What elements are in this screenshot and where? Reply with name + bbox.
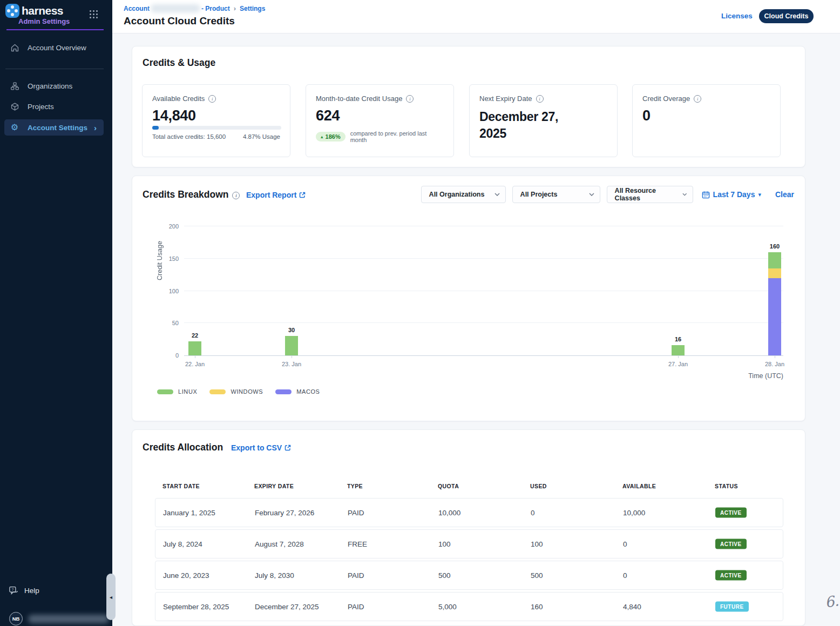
table-cell: 4,840 bbox=[623, 603, 641, 611]
legend-label: LINUX bbox=[178, 388, 197, 395]
table-cell: 500 bbox=[531, 571, 543, 580]
x-tick-label: 22. Jan bbox=[176, 361, 214, 367]
export-csv-link[interactable]: Export to CSV bbox=[231, 443, 291, 452]
legend-item-windows[interactable]: WINDOWS bbox=[209, 388, 263, 395]
bar-27-Jan[interactable]: 16 bbox=[672, 336, 685, 355]
date-range-picker[interactable]: Last 7 Days ▾ bbox=[702, 190, 761, 199]
section-title: Credits Allocation bbox=[143, 442, 223, 453]
table-cell: January 1, 2025 bbox=[163, 509, 215, 517]
legend-item-linux[interactable]: LINUX bbox=[157, 388, 197, 395]
available-credits-card: Available Creditsi 14,840 Total active c… bbox=[142, 84, 290, 157]
bar-23-Jan[interactable]: 30 bbox=[285, 327, 298, 355]
cloud-credits-button[interactable]: Cloud Credits bbox=[759, 9, 814, 23]
sidebar-divider bbox=[5, 69, 104, 69]
stat-label: Available Credits bbox=[152, 95, 205, 103]
sidebar-item-organizations[interactable]: Organizations bbox=[4, 78, 104, 94]
bar-22-Jan[interactable]: 22 bbox=[188, 332, 201, 355]
breadcrumb-account[interactable]: Account bbox=[124, 5, 150, 12]
credit-overage-card: Credit Overagei 0 bbox=[632, 84, 781, 157]
gridline bbox=[184, 226, 783, 226]
breadcrumb: Account - Product › Settings bbox=[124, 4, 265, 12]
sidebar-item-label: Organizations bbox=[28, 82, 72, 90]
table-row: July 8, 2024August 7, 2028FREE1001000ACT… bbox=[155, 529, 783, 558]
table-cell-status: ACTIVE bbox=[715, 508, 747, 518]
chart-plot: 223016160 bbox=[184, 227, 783, 356]
info-icon[interactable]: i bbox=[694, 95, 701, 103]
bar-segment-windows[interactable] bbox=[768, 268, 781, 278]
bar-segment-linux[interactable] bbox=[768, 252, 781, 268]
legend-swatch bbox=[157, 389, 173, 394]
table-cell: 0 bbox=[623, 571, 627, 580]
table-cell: FREE bbox=[348, 540, 367, 548]
section-title: Credits Breakdowni bbox=[143, 189, 240, 200]
sidebar-item-label: Account Settings bbox=[28, 124, 87, 132]
licenses-link[interactable]: Licenses bbox=[721, 12, 753, 20]
status-badge: ACTIVE bbox=[715, 570, 747, 581]
projects-icon bbox=[10, 102, 19, 111]
breadcrumb-product[interactable]: - Product bbox=[201, 5, 230, 12]
table-cell: 10,000 bbox=[438, 509, 460, 517]
bar-segment-linux[interactable] bbox=[188, 341, 201, 355]
chart-filters: All Organizations All Projects All Resou… bbox=[415, 186, 794, 203]
table-cell: February 27, 2026 bbox=[255, 509, 314, 517]
page-title: Account Cloud Credits bbox=[124, 15, 235, 27]
chevron-down-icon bbox=[494, 193, 500, 196]
legend-item-macos[interactable]: MACOS bbox=[275, 388, 320, 395]
breadcrumb-separator: › bbox=[234, 4, 236, 12]
bar-28-Jan[interactable]: 160 bbox=[768, 243, 781, 355]
caret-down-icon: ▾ bbox=[758, 191, 761, 198]
chart-legend: LINUXWINDOWSMACOS bbox=[157, 388, 333, 395]
app-root: harness Admin Settings Account Overview … bbox=[0, 0, 840, 626]
sidebar-collapse-handle[interactable]: ◂ bbox=[106, 574, 116, 620]
stat-label: Next Expiry Date bbox=[479, 95, 532, 103]
allocation-table-header: START DATEEXPIRY DATETYPEQUOTAUSEDAVAILA… bbox=[155, 483, 783, 498]
harness-logo-icon bbox=[5, 4, 19, 18]
y-tick-label: 0 bbox=[160, 352, 179, 359]
credits-allocation-section: Credits Allocation Export to CSV START D… bbox=[132, 429, 805, 626]
info-icon[interactable]: i bbox=[536, 95, 544, 103]
info-icon[interactable]: i bbox=[406, 95, 414, 103]
breadcrumb-settings[interactable]: Settings bbox=[240, 5, 265, 12]
sidebar-item-projects[interactable]: Projects bbox=[4, 98, 104, 115]
brand-name: harness bbox=[22, 4, 63, 17]
export-report-link[interactable]: Export Report bbox=[246, 191, 306, 199]
table-cell-status: FUTURE bbox=[715, 602, 749, 612]
total-active-credits: Total active credits: 15,600 bbox=[152, 133, 226, 140]
table-cell: 100 bbox=[438, 540, 451, 548]
projects-select[interactable]: All Projects bbox=[512, 186, 600, 203]
column-header: QUOTA bbox=[438, 483, 459, 489]
svg-text:?: ? bbox=[11, 588, 13, 591]
help-label: Help bbox=[24, 587, 39, 595]
stray-annotation: 6. bbox=[824, 592, 840, 610]
organizations-select[interactable]: All Organizations bbox=[421, 186, 506, 203]
harness-logo[interactable]: harness bbox=[5, 4, 63, 18]
sidebar-item-account-overview[interactable]: Account Overview bbox=[4, 39, 104, 56]
clear-filters-link[interactable]: Clear bbox=[775, 190, 794, 199]
module-grid-icon[interactable] bbox=[90, 10, 98, 18]
help-button[interactable]: ? Help bbox=[9, 586, 39, 595]
x-tick-label: 27. Jan bbox=[659, 361, 697, 367]
bar-segment-linux[interactable] bbox=[285, 336, 298, 355]
table-cell: August 7, 2028 bbox=[255, 540, 304, 548]
info-icon[interactable]: i bbox=[232, 192, 240, 199]
credits-usage-section: Credits & Usage Available Creditsi 14,84… bbox=[132, 46, 805, 167]
status-badge: FUTURE bbox=[715, 602, 749, 612]
delta-note: compared to prev. period last month bbox=[350, 130, 444, 143]
resource-classes-select[interactable]: All Resource Classes bbox=[607, 186, 693, 203]
status-badge: ACTIVE bbox=[715, 539, 747, 549]
stat-value: 0 bbox=[642, 107, 770, 124]
gridline bbox=[184, 258, 783, 259]
avatar[interactable]: NB bbox=[9, 612, 23, 625]
credits-breakdown-chart: Credit Usage 050100150200 223016160 22. … bbox=[132, 217, 806, 403]
bar-segment-linux[interactable] bbox=[672, 345, 685, 355]
legend-label: WINDOWS bbox=[231, 388, 263, 395]
column-header: AVAILABLE bbox=[622, 483, 656, 489]
sidebar-item-account-settings[interactable]: ⚙ Account Settings › bbox=[4, 119, 104, 136]
module-subtitle: Admin Settings bbox=[18, 17, 70, 25]
info-icon[interactable]: i bbox=[208, 95, 216, 103]
sidebar: harness Admin Settings Account Overview … bbox=[0, 0, 112, 626]
table-row: June 20, 2023July 8, 2030PAID5005000ACTI… bbox=[155, 561, 783, 590]
external-link-icon bbox=[284, 445, 291, 451]
bar-segment-macos[interactable] bbox=[768, 278, 781, 355]
legend-swatch bbox=[209, 389, 226, 394]
